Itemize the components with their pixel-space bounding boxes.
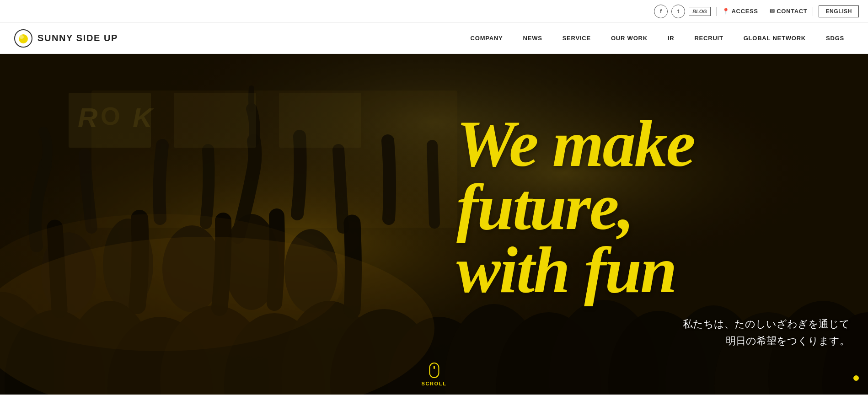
location-icon: 📍: [722, 8, 730, 15]
divider-2: [764, 7, 764, 16]
nav-our-work[interactable]: OUR WORK: [601, 35, 658, 42]
hero-sub-text: 私たちは、たのしいざわぎを通じて 明日の希望をつくります。: [456, 315, 850, 350]
blog-button[interactable]: BLOG: [689, 7, 711, 16]
logo-icon: [14, 29, 33, 48]
access-label: ACCESS: [732, 8, 758, 15]
hero-sub-line1: 私たちは、たのしいざわぎを通じて: [456, 315, 850, 332]
svg-point-2: [19, 35, 24, 39]
nav-recruit[interactable]: RECRUIT: [684, 35, 733, 42]
scroll-mouse-icon: [429, 363, 439, 378]
nav-company[interactable]: COMPANY: [461, 35, 513, 42]
social-icons: f t BLOG: [654, 5, 711, 18]
main-nav: COMPANY NEWS SERVICE OUR WORK IR RECRUIT…: [461, 35, 854, 42]
hero-line1: We make: [456, 112, 850, 176]
hero-content: We make future, with fun 私たちは、たのしいざわぎを通じ…: [456, 54, 868, 395]
hero-line3: with fun: [456, 239, 850, 302]
nav-ir[interactable]: IR: [658, 35, 685, 42]
logo-text: SUNNY SIDE UP: [38, 33, 118, 43]
carousel-dot[interactable]: [853, 375, 859, 381]
nav-news[interactable]: NEWS: [513, 35, 552, 42]
logo-area[interactable]: SUNNY SIDE UP: [14, 29, 118, 48]
hero-sub-line2: 明日の希望をつくります。: [456, 332, 850, 349]
nav-sdgs[interactable]: SDGs: [816, 35, 854, 42]
scroll-dot: [434, 366, 435, 369]
top-bar: f t BLOG 📍 ACCESS ✉ CONTACT ENGLISH: [0, 0, 868, 23]
hero-main-text: We make future, with fun: [456, 112, 850, 301]
nav-global-network[interactable]: GLOBAL NETWORK: [734, 35, 816, 42]
contact-link[interactable]: ✉ CONTACT: [770, 8, 808, 15]
english-button[interactable]: ENGLISH: [819, 5, 859, 17]
contact-label: CONTACT: [777, 8, 807, 15]
twitter-icon[interactable]: t: [671, 5, 685, 18]
facebook-icon[interactable]: f: [654, 5, 668, 18]
access-link[interactable]: 📍 ACCESS: [722, 8, 758, 15]
mail-icon: ✉: [770, 8, 775, 15]
hero-line2: future,: [456, 176, 850, 239]
divider-1: [716, 7, 717, 16]
scroll-label: SCROLL: [421, 381, 446, 386]
nav-service[interactable]: SERVICE: [552, 35, 601, 42]
scroll-indicator[interactable]: SCROLL: [421, 363, 446, 386]
main-header: SUNNY SIDE UP COMPANY NEWS SERVICE OUR W…: [0, 23, 868, 54]
hero-section: R O K We make future, with fun 私たちは、たのしい…: [0, 54, 868, 395]
divider-3: [813, 7, 813, 16]
